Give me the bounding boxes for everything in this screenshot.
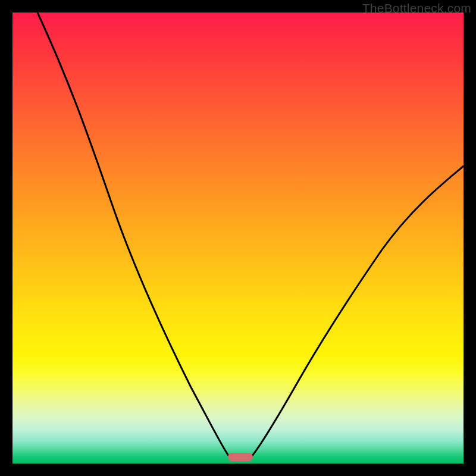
curve-left-branch [37,12,229,456]
min-marker [228,453,253,461]
curve-right-branch [252,166,464,456]
watermark-text: TheBottleneck.com [362,1,471,15]
bottleneck-curve [12,12,464,464]
plot-area [12,12,464,464]
chart-stage: TheBottleneck.com [0,0,476,476]
